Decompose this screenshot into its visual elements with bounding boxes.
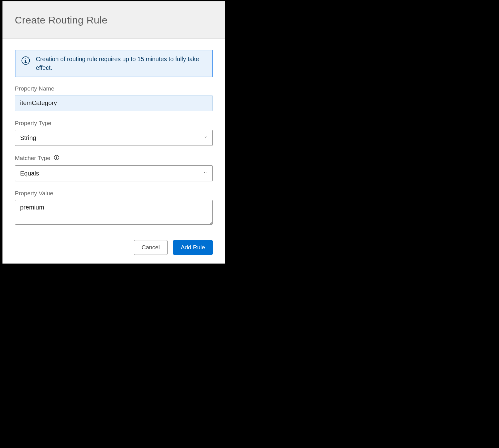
property-type-label: Property Type — [15, 120, 213, 127]
property-name-label: Property Name — [15, 85, 213, 92]
info-icon[interactable] — [53, 154, 60, 162]
info-banner: Creation of routing rule requires up to … — [15, 50, 213, 77]
matcher-type-group: Matcher Type Equals — [15, 154, 213, 181]
property-value-label: Property Value — [15, 190, 213, 197]
modal-header: Create Routing Rule — [2, 2, 225, 39]
property-type-select[interactable]: String — [15, 130, 213, 146]
property-name-group: Property Name — [15, 85, 213, 111]
matcher-type-label: Matcher Type — [15, 155, 50, 162]
property-value-textarea[interactable]: premium — [15, 200, 213, 225]
property-value-group: Property Value premium — [15, 190, 213, 226]
info-banner-text: Creation of routing rule requires up to … — [36, 55, 207, 72]
property-name-input[interactable] — [15, 95, 213, 111]
cancel-button[interactable]: Cancel — [134, 240, 168, 255]
property-type-group: Property Type String — [15, 120, 213, 146]
create-routing-rule-modal: Create Routing Rule Creation of routing … — [2, 1, 225, 264]
info-icon — [21, 55, 30, 66]
add-rule-button[interactable]: Add Rule — [173, 240, 213, 255]
svg-point-1 — [25, 58, 26, 59]
matcher-type-select[interactable]: Equals — [15, 165, 213, 181]
svg-point-6 — [56, 156, 57, 157]
modal-footer: Cancel Add Rule — [15, 235, 213, 255]
modal-body: Creation of routing rule requires up to … — [2, 39, 225, 264]
modal-title: Create Routing Rule — [15, 15, 213, 26]
